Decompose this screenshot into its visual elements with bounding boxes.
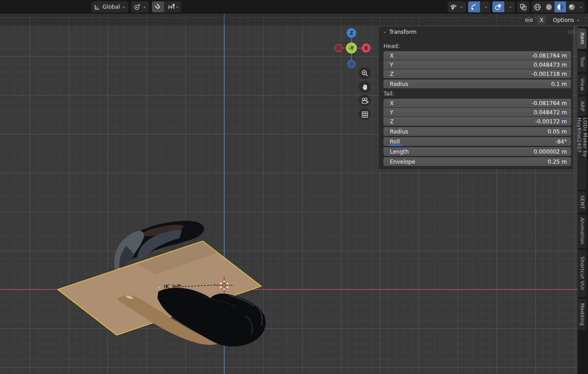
bone-point[interactable] bbox=[158, 287, 161, 289]
chevron-down-icon: ⌄ bbox=[508, 4, 512, 9]
pan-button[interactable] bbox=[359, 81, 371, 93]
shading-rendered-toggle[interactable] bbox=[566, 1, 577, 12]
tab-tool[interactable]: Tool bbox=[577, 51, 587, 72]
viewport-header: Global ⌄ ⌄ ⌄ ⌄ ⌄ bbox=[0, 0, 588, 14]
orientation-label: Global bbox=[102, 4, 120, 10]
length-field[interactable]: Length0.000002 m bbox=[383, 147, 571, 156]
grid-icon bbox=[361, 111, 368, 118]
roll-field[interactable]: Roll-84° bbox=[383, 137, 571, 146]
snap-toggle[interactable] bbox=[152, 1, 164, 12]
shading-dropdown[interactable]: ⌄ bbox=[577, 1, 585, 12]
mirror-x-button[interactable]: X bbox=[537, 16, 546, 25]
tail-radius-field[interactable]: Radius0.05 m bbox=[383, 127, 571, 136]
eye-cursor-icon bbox=[450, 3, 458, 11]
shading-solid-toggle[interactable] bbox=[543, 1, 555, 12]
tail-x-field[interactable]: X-0.081764 m bbox=[383, 99, 571, 107]
overlays-dropdown[interactable]: ⌄ bbox=[506, 1, 514, 12]
magnifier-icon bbox=[361, 69, 368, 77]
tail-y-field[interactable]: Y0.048472 m bbox=[383, 108, 571, 117]
tab-arp[interactable]: ARP bbox=[577, 96, 587, 116]
tab-item[interactable]: Item bbox=[577, 28, 587, 49]
transform-panel-header[interactable]: ⌄ Transform bbox=[383, 29, 416, 35]
bone-name-label: IK_left bbox=[164, 283, 181, 290]
show-gizmo-toggle[interactable] bbox=[468, 1, 480, 12]
tab-modding[interactable]: Modding bbox=[577, 299, 587, 330]
panel-drag-handle-icon[interactable] bbox=[568, 31, 569, 32]
chevron-down-icon: ⌄ bbox=[122, 4, 125, 9]
camera-view-button[interactable] bbox=[359, 95, 371, 107]
object-visibility-dropdown[interactable]: ⌄ bbox=[448, 1, 465, 12]
snap-target-dropdown[interactable]: ⌄ bbox=[166, 1, 181, 12]
rendered-sphere-icon bbox=[568, 3, 576, 11]
head-radius-field[interactable]: Radius0.1 m bbox=[383, 80, 571, 88]
tab-lods-maker[interactable]: LODs Maker by HuyKhoi2407 bbox=[577, 118, 587, 190]
transform-orientation-dropdown[interactable]: Global ⌄ bbox=[92, 1, 128, 12]
gizmo-x-label: X bbox=[364, 45, 368, 51]
material-sphere-icon bbox=[556, 3, 564, 11]
shading-wireframe-toggle[interactable] bbox=[532, 1, 543, 12]
shading-material-toggle[interactable] bbox=[555, 1, 566, 12]
movie-camera-icon bbox=[361, 97, 369, 104]
chevron-down-icon: ⌄ bbox=[484, 4, 488, 9]
tab-view[interactable]: View bbox=[577, 74, 587, 95]
zoom-button[interactable] bbox=[359, 67, 371, 79]
wireframe-globe-icon bbox=[534, 3, 541, 11]
head-y-field[interactable]: Y0.048473 m bbox=[383, 60, 571, 69]
gizmos-group: ⌄ bbox=[468, 1, 490, 12]
gizmo-z-label: Z bbox=[350, 30, 353, 36]
gizmo-neg-y-label: -Y bbox=[349, 46, 354, 51]
chevron-down-icon: ⌄ bbox=[175, 4, 179, 9]
envelope-field[interactable]: Envelope0.25 m bbox=[383, 157, 571, 166]
chevron-down-icon: ⌄ bbox=[577, 17, 580, 22]
pivot-point-icon bbox=[134, 3, 141, 11]
panel-expand-chevron-icon: ⌄ bbox=[383, 29, 386, 34]
panel-title: Transform bbox=[389, 29, 416, 35]
show-overlays-toggle[interactable] bbox=[492, 1, 504, 12]
xray-icon bbox=[519, 3, 527, 11]
mirror-x-label: X bbox=[539, 17, 543, 23]
options-dropdown[interactable]: Options ⌄ bbox=[549, 15, 584, 25]
gizmo-dropdown[interactable]: ⌄ bbox=[482, 1, 490, 12]
tab-sent[interactable]: SENT bbox=[577, 192, 587, 213]
magnet-icon bbox=[154, 3, 162, 11]
tail-section-label: Tail: bbox=[383, 91, 394, 97]
navigation-gizmo[interactable]: Z X -Y bbox=[334, 27, 371, 69]
overlays-icon bbox=[495, 3, 502, 11]
sidebar-transform-panel: ⌄ Transform Head: X-0.081764 m Y0.048473… bbox=[379, 27, 573, 169]
xray-toggle[interactable] bbox=[517, 1, 529, 12]
tail-z-field[interactable]: Z-0.00172 m bbox=[383, 117, 571, 126]
ortho-grid-button[interactable] bbox=[359, 108, 371, 120]
chevron-down-icon: ⌄ bbox=[143, 4, 146, 9]
roll-active-underline bbox=[389, 144, 403, 146]
pivot-point-dropdown[interactable]: ⌄ bbox=[131, 1, 149, 12]
snapping-group: ⌄ bbox=[152, 1, 181, 12]
tab-shortcut-vur[interactable]: Shortcut VUr bbox=[577, 250, 587, 297]
options-label: Options bbox=[553, 17, 574, 23]
viewport-shading-group: ⌄ bbox=[532, 1, 585, 12]
chevron-down-icon: ⌄ bbox=[579, 4, 583, 9]
head-x-field[interactable]: X-0.081764 m bbox=[383, 51, 571, 60]
head-section-label: Head: bbox=[383, 43, 399, 49]
snap-increment-icon bbox=[168, 4, 175, 10]
hand-icon bbox=[361, 84, 368, 91]
gizmo-axis-neg-x[interactable] bbox=[335, 44, 342, 52]
head-z-field[interactable]: Z-0.001718 m bbox=[383, 69, 571, 78]
gizmo-arrow-icon bbox=[470, 3, 478, 11]
tool-settings-bar bbox=[0, 14, 588, 26]
tab-animation[interactable]: Animation bbox=[577, 214, 587, 248]
overlays-group: ⌄ bbox=[492, 1, 514, 12]
chevron-down-icon: ⌄ bbox=[459, 4, 463, 9]
mirror-x-icon[interactable] bbox=[524, 16, 534, 24]
gizmo-axis-neg-z[interactable] bbox=[348, 60, 355, 68]
solid-sphere-icon bbox=[545, 3, 553, 11]
orientation-axes-icon bbox=[94, 4, 101, 11]
